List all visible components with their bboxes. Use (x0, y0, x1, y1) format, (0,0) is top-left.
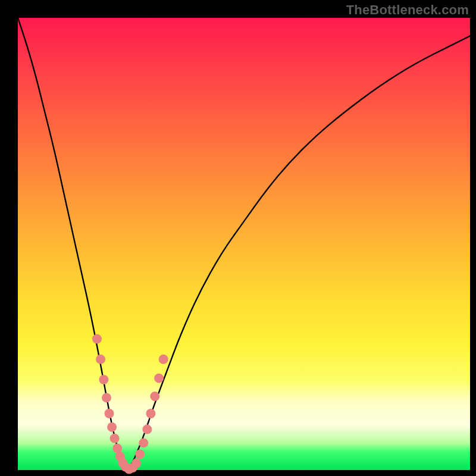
highlight-marker (159, 355, 168, 364)
marker-group (92, 334, 168, 474)
highlight-marker (107, 422, 117, 432)
highlight-marker (96, 355, 105, 364)
watermark-text: TheBottleneck.com (346, 2, 469, 18)
plot-area (18, 18, 470, 470)
highlight-marker (142, 425, 152, 434)
highlight-marker (112, 444, 122, 453)
highlight-marker (150, 392, 159, 401)
highlight-marker (102, 393, 111, 402)
curve-layer (18, 18, 470, 470)
highlight-marker (135, 449, 145, 459)
highlight-marker (131, 459, 141, 468)
highlight-marker (99, 375, 108, 384)
bottleneck-curve-path (18, 18, 470, 468)
highlight-marker (105, 409, 114, 418)
highlight-marker (110, 434, 120, 443)
highlight-marker (139, 438, 148, 447)
highlight-marker (92, 334, 102, 344)
highlight-marker (146, 409, 155, 418)
highlight-marker (154, 374, 164, 383)
chart-frame: TheBottleneck.com (0, 0, 476, 476)
